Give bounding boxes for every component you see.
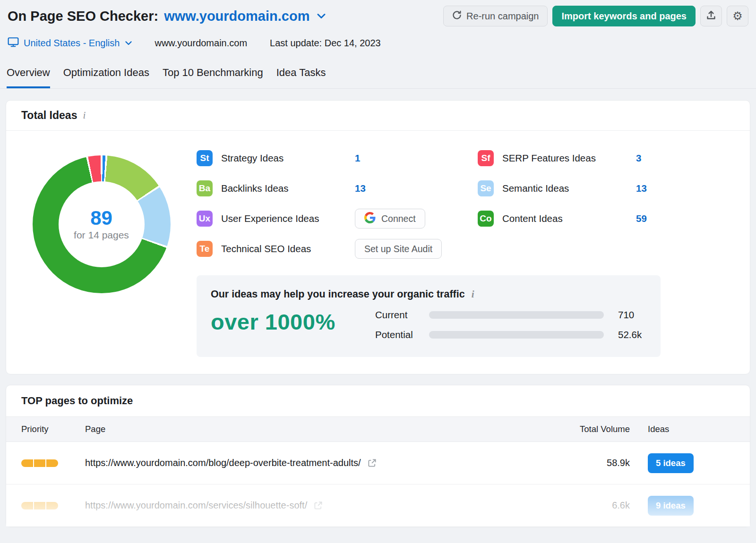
ideas-summary: St Strategy Ideas 1 Ba Backlinks Ideas 1… bbox=[197, 131, 750, 357]
backlinks-badge: Ba bbox=[197, 180, 213, 196]
content-count[interactable]: 59 bbox=[636, 213, 647, 224]
import-keywords-button[interactable]: Import keywords and pages bbox=[552, 6, 696, 26]
total-volume-value: 58.9k bbox=[559, 458, 630, 468]
campaign-domain-text: www.yourdomain.com bbox=[155, 38, 247, 49]
info-icon[interactable]: i bbox=[83, 110, 86, 120]
traffic-increase-value: over 1000% bbox=[211, 304, 375, 345]
info-icon[interactable]: i bbox=[472, 289, 474, 299]
tab-optimization-ideas[interactable]: Optimization Ideas bbox=[63, 67, 149, 88]
ideas-count-button[interactable]: 5 ideas bbox=[648, 453, 694, 473]
external-link-icon[interactable] bbox=[314, 501, 323, 510]
table-row: https://www.yourdomain.com/blog/deep-ove… bbox=[6, 442, 750, 484]
page-url: https://www.yourdomain.com/blog/deep-ove… bbox=[85, 458, 559, 468]
external-link-icon[interactable] bbox=[368, 458, 377, 467]
content-badge: Co bbox=[478, 211, 494, 227]
strategy-badge: St bbox=[197, 150, 213, 166]
page-title: On Page SEO Checker: bbox=[8, 8, 158, 24]
donut-center: 89 for 14 pages bbox=[59, 181, 145, 267]
top-pages-table-header: Priority Page Total Volume Ideas bbox=[6, 416, 750, 442]
priority-segment bbox=[34, 459, 46, 467]
content-ideas-row: Co Content Ideas 59 bbox=[478, 208, 750, 229]
donut-total-value: 89 bbox=[90, 208, 112, 229]
page-url-text: https://www.yourdomain.com/services/silh… bbox=[85, 500, 307, 511]
semantic-badge: Se bbox=[478, 180, 494, 196]
total-ideas-donut: 89 for 14 pages bbox=[33, 155, 171, 293]
total-ideas-title: Total Ideas bbox=[21, 109, 77, 122]
tab-overview[interactable]: Overview bbox=[7, 67, 50, 88]
locale-label: United States - English bbox=[24, 38, 120, 49]
ideas-column-left: St Strategy Ideas 1 Ba Backlinks Ideas 1… bbox=[197, 148, 478, 269]
chevron-down-icon bbox=[125, 41, 132, 45]
connect-label: Connect bbox=[381, 213, 416, 224]
potential-label: Potential bbox=[375, 329, 429, 340]
upload-icon bbox=[706, 10, 716, 23]
technical-seo-ideas-row: Te Technical SEO Ideas Set up Site Audit bbox=[197, 238, 478, 259]
semantic-label: Semantic Ideas bbox=[502, 183, 569, 194]
google-g-icon bbox=[364, 212, 376, 226]
potential-bar-track bbox=[429, 331, 604, 339]
tab-top10-benchmarking[interactable]: Top 10 Benchmarking bbox=[163, 67, 263, 88]
priority-indicator bbox=[21, 459, 58, 467]
backlinks-count[interactable]: 13 bbox=[355, 183, 366, 194]
strategy-count[interactable]: 1 bbox=[355, 153, 360, 164]
traffic-bars: Current 710 Potential 52.6k bbox=[375, 304, 646, 345]
semantic-count[interactable]: 13 bbox=[636, 183, 647, 194]
organic-traffic-panel: Our ideas may help you increase your org… bbox=[197, 275, 661, 357]
ideas-count-button[interactable]: 9 ideas bbox=[648, 496, 694, 516]
tab-bar: Overview Optimization Ideas Top 10 Bench… bbox=[0, 50, 756, 89]
locale-selector[interactable]: United States - English bbox=[8, 37, 132, 50]
page-url: https://www.yourdomain.com/services/silh… bbox=[85, 500, 559, 511]
monitor-icon bbox=[8, 37, 19, 50]
user-experience-ideas-row: Ux User Experience Ideas Connect bbox=[197, 208, 478, 229]
backlinks-ideas-row: Ba Backlinks Ideas 13 bbox=[197, 178, 478, 199]
topbar: On Page SEO Checker: www.yourdomain.com … bbox=[0, 0, 756, 26]
priority-segment bbox=[46, 459, 58, 467]
top-pages-card: TOP pages to optimize Priority Page Tota… bbox=[6, 385, 750, 527]
column-ideas: Ideas bbox=[630, 424, 735, 434]
current-bar-track bbox=[429, 311, 604, 319]
connect-google-button[interactable]: Connect bbox=[355, 209, 425, 229]
total-ideas-body: 89 for 14 pages St Strategy Ideas 1 Ba B… bbox=[6, 131, 750, 374]
total-ideas-header: Total Ideas i bbox=[6, 101, 750, 131]
serp-features-count[interactable]: 3 bbox=[636, 153, 641, 164]
tab-idea-tasks[interactable]: Idea Tasks bbox=[276, 67, 326, 88]
potential-traffic-row: Potential 52.6k bbox=[375, 325, 646, 345]
priority-indicator bbox=[21, 502, 58, 509]
traffic-panel-title: Our ideas may help you increase your org… bbox=[211, 288, 465, 300]
user-experience-label: User Experience Ideas bbox=[221, 213, 319, 224]
ideas-column-right: Sf SERP Features Ideas 3 Se Semantic Ide… bbox=[478, 148, 750, 269]
column-page: Page bbox=[79, 424, 559, 434]
serp-features-ideas-row: Sf SERP Features Ideas 3 bbox=[478, 148, 750, 169]
backlinks-label: Backlinks Ideas bbox=[221, 183, 288, 194]
total-ideas-card: Total Ideas i 89 for 14 pages St Strateg… bbox=[6, 100, 750, 374]
column-total-volume: Total Volume bbox=[559, 424, 630, 434]
chevron-down-icon[interactable] bbox=[317, 13, 326, 19]
subbar: United States - English www.yourdomain.c… bbox=[0, 26, 756, 50]
donut-caption: for 14 pages bbox=[74, 229, 129, 241]
table-row: https://www.yourdomain.com/services/silh… bbox=[6, 484, 750, 527]
serp-features-label: SERP Features Ideas bbox=[502, 153, 596, 164]
page-url-text: https://www.yourdomain.com/blog/deep-ove… bbox=[85, 458, 361, 468]
last-update-text: Last update: Dec 14, 2023 bbox=[270, 38, 381, 49]
current-label: Current bbox=[375, 309, 429, 321]
priority-segment bbox=[34, 502, 46, 509]
priority-segment bbox=[46, 502, 58, 509]
gear-icon: ⚙ bbox=[732, 10, 743, 22]
content-label: Content Ideas bbox=[502, 213, 563, 224]
campaign-domain-link[interactable]: www.yourdomain.com bbox=[164, 8, 309, 24]
donut-chart-wrap: 89 for 14 pages bbox=[6, 131, 197, 357]
technical-seo-label: Technical SEO Ideas bbox=[221, 243, 311, 255]
potential-value: 52.6k bbox=[618, 329, 642, 340]
rerun-campaign-button[interactable]: Re-run campaign bbox=[443, 6, 548, 26]
topbar-actions: Re-run campaign Import keywords and page… bbox=[443, 6, 748, 26]
current-traffic-row: Current 710 bbox=[375, 305, 646, 325]
technical-seo-badge: Te bbox=[197, 241, 213, 257]
top-pages-title: TOP pages to optimize bbox=[21, 395, 133, 407]
priority-segment bbox=[21, 459, 33, 467]
semantic-ideas-row: Se Semantic Ideas 13 bbox=[478, 178, 750, 199]
refresh-icon bbox=[452, 10, 462, 22]
settings-button[interactable]: ⚙ bbox=[727, 6, 748, 26]
current-value: 710 bbox=[618, 309, 634, 321]
export-button[interactable] bbox=[700, 6, 722, 26]
setup-site-audit-button[interactable]: Set up Site Audit bbox=[355, 239, 442, 259]
